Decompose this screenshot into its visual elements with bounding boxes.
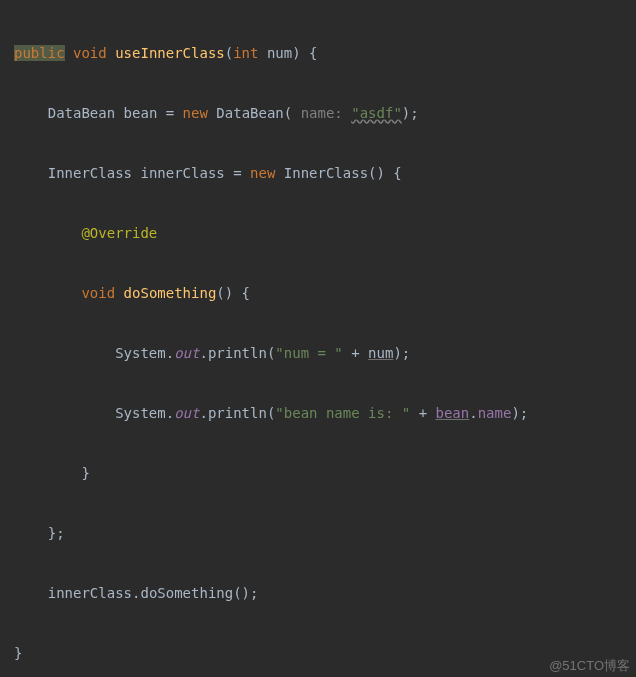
brace: } — [81, 465, 89, 481]
method-call: doSomething — [140, 585, 233, 601]
method-call: println — [208, 345, 267, 361]
ctor-call: DataBean — [216, 105, 283, 121]
field-ref: name — [478, 405, 512, 421]
class-ref: System — [115, 345, 166, 361]
code-line: @Override — [14, 218, 636, 248]
class-ref: System — [115, 405, 166, 421]
annotation-override: @Override — [81, 225, 157, 241]
var-ref: innerClass — [48, 585, 132, 601]
closure-var-ref: bean — [436, 405, 470, 421]
keyword-void: void — [81, 285, 115, 301]
method-call: println — [208, 405, 267, 421]
code-line: void doSomething() { — [14, 278, 636, 308]
code-line: } — [14, 458, 636, 488]
code-line: public void useInnerClass(int num) { — [14, 38, 636, 68]
method-name: useInnerClass — [115, 45, 225, 61]
keyword-new: new — [250, 165, 275, 181]
param-hint: name: — [301, 105, 343, 121]
field-out: out — [174, 405, 199, 421]
string-literal: "num = " — [275, 345, 342, 361]
string-literal: "bean name is: " — [275, 405, 410, 421]
keyword-new: new — [183, 105, 208, 121]
keyword-void: void — [73, 45, 107, 61]
keyword-int: int — [233, 45, 258, 61]
type-ref: DataBean — [48, 105, 115, 121]
var-name: innerClass — [140, 165, 224, 181]
code-line: System.out.println("num = " + num); — [14, 338, 636, 368]
param-name: num — [267, 45, 292, 61]
keyword-public: public — [14, 45, 65, 61]
watermark-text: @51CTO博客 — [549, 659, 630, 673]
code-line: InnerClass innerClass = new InnerClass()… — [14, 158, 636, 188]
code-line: }; — [14, 518, 636, 548]
ctor-call: InnerClass — [284, 165, 368, 181]
code-editor[interactable]: public void useInnerClass(int num) { Dat… — [0, 0, 636, 677]
param-ref: num — [368, 345, 393, 361]
brace: } — [14, 645, 22, 661]
type-ref: InnerClass — [48, 165, 132, 181]
code-line: innerClass.doSomething(); — [14, 578, 636, 608]
method-name: doSomething — [124, 285, 217, 301]
brace: }; — [48, 525, 65, 541]
string-literal: "asdf" — [351, 105, 402, 121]
field-out: out — [174, 345, 199, 361]
punct: ) { — [292, 45, 317, 61]
code-line: DataBean bean = new DataBean( name: "asd… — [14, 98, 636, 128]
var-name: bean — [124, 105, 158, 121]
code-line: System.out.println("bean name is: " + be… — [14, 398, 636, 428]
code-line: } — [14, 638, 636, 668]
